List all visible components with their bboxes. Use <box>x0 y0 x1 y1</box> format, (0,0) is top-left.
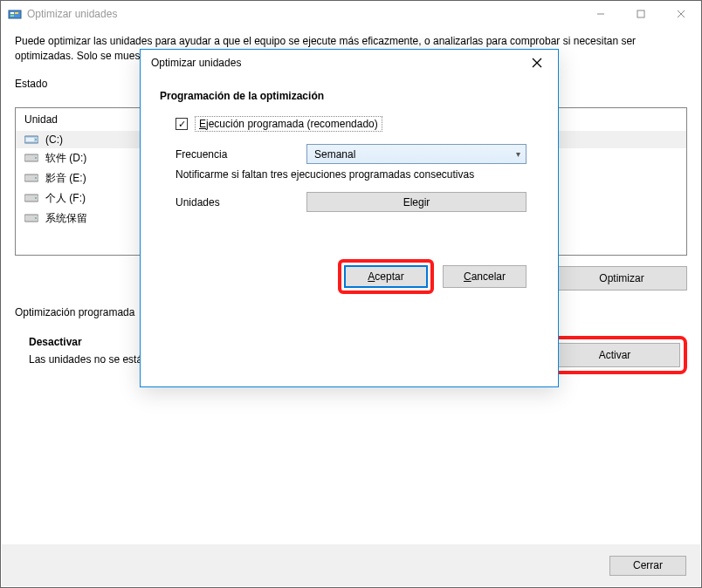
close-button[interactable] <box>661 1 701 27</box>
svg-point-18 <box>35 217 37 219</box>
run-scheduled-label: Ejecución programada (recomendado) <box>195 116 382 132</box>
accept-label: Aceptar <box>368 270 403 283</box>
svg-rect-1 <box>10 12 14 14</box>
cancel-button[interactable]: Cancelar <box>443 265 526 288</box>
dialog-heading: Programación de la optimización <box>160 90 539 102</box>
dialog-title: Optimizar unidades <box>151 57 520 69</box>
close-button-label: Cerrar <box>633 559 663 571</box>
svg-rect-5 <box>637 10 644 17</box>
estado-label: Estado <box>15 78 47 92</box>
window-controls <box>581 1 701 27</box>
frequency-value: Semanal <box>314 148 355 161</box>
run-scheduled-checkbox[interactable] <box>176 118 188 130</box>
dialog-buttons: Aceptar Cancelar <box>160 249 539 294</box>
close-window-button[interactable]: Cerrar <box>609 556 686 576</box>
drive-label: 系统保留 <box>45 211 87 226</box>
drive-label: (C:) <box>45 133 63 146</box>
accept-button[interactable]: Aceptar <box>344 265 428 288</box>
svg-rect-9 <box>26 138 34 141</box>
disk-icon <box>24 213 38 223</box>
frequency-label: Frecuencia <box>176 148 306 161</box>
window-title: Optimizar unidades <box>27 8 581 20</box>
sched-label: Optimización programada <box>15 306 134 320</box>
notify-label: Notificarme si faltan tres ejecuciones p… <box>176 168 474 181</box>
close-icon <box>532 58 542 68</box>
svg-rect-0 <box>9 10 21 18</box>
minimize-button[interactable] <box>581 1 621 27</box>
activate-button-label: Activar <box>599 349 631 361</box>
drive-label: 软件 (D:) <box>45 151 86 166</box>
optimize-button[interactable]: Optimizar <box>556 266 687 291</box>
activate-button[interactable]: Activar <box>549 343 680 367</box>
disk-icon <box>24 173 38 183</box>
choose-drives-button[interactable]: Elegir <box>306 192 526 212</box>
run-scheduled-row: Ejecución programada (recomendado) <box>160 116 539 132</box>
disk-icon <box>24 134 38 145</box>
activate-highlight: Activar <box>542 336 687 374</box>
optimize-button-label: Optimizar <box>599 272 644 284</box>
svg-point-12 <box>35 157 37 159</box>
cancel-label: Cancelar <box>464 270 506 283</box>
frequency-select[interactable]: Semanal ▾ <box>306 144 526 164</box>
dialog-close-button[interactable] <box>520 51 554 75</box>
titlebar: Optimizar unidades <box>1 1 701 27</box>
disk-icon <box>24 193 38 203</box>
schedule-dialog: Optimizar unidades Programación de la op… <box>140 49 559 387</box>
svg-point-10 <box>35 139 37 140</box>
svg-point-16 <box>35 197 37 199</box>
dialog-titlebar: Optimizar unidades <box>141 50 558 76</box>
drive-label: 影音 (E:) <box>45 171 86 186</box>
maximize-button[interactable] <box>621 1 661 27</box>
disk-icon <box>24 153 38 163</box>
defrag-icon <box>8 7 22 21</box>
svg-rect-3 <box>10 15 14 17</box>
drive-label: 个人 (F:) <box>45 191 86 206</box>
choose-button-label: Elegir <box>403 196 430 209</box>
dialog-body: Programación de la optimización Ejecució… <box>141 76 558 303</box>
bottom-bar: Cerrar <box>2 544 700 586</box>
chevron-down-icon: ▾ <box>516 149 520 159</box>
svg-rect-2 <box>15 12 18 14</box>
svg-point-14 <box>35 177 37 179</box>
accept-highlight: Aceptar <box>338 259 434 294</box>
notify-row: Notificarme si faltan tres ejecuciones p… <box>176 168 539 181</box>
drives-label: Unidades <box>176 196 306 209</box>
